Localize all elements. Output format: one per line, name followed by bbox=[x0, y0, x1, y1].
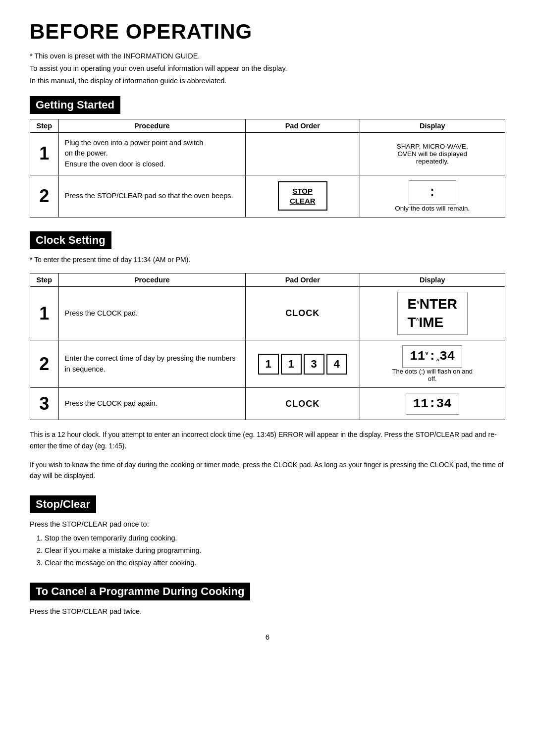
cancel-section: To Cancel a Programme During Cooking Pre… bbox=[30, 583, 505, 618]
clock-footer-note-2: If you wish to know the time of day duri… bbox=[30, 459, 505, 482]
getting-started-table: Step Procedure Pad Order Display 1 Plug … bbox=[30, 119, 505, 217]
intro-line-2: To assist you in operating your oven use… bbox=[30, 63, 505, 74]
col-step-gs: Step bbox=[30, 119, 59, 132]
table-row: 1 Plug the oven into a power point and s… bbox=[30, 132, 505, 175]
clock-pad-3: CLOCK bbox=[245, 388, 360, 420]
cancel-text: Press the STOP/CLEAR pad twice. bbox=[30, 605, 505, 618]
col-padorder-cs: Pad Order bbox=[245, 273, 360, 287]
stop-clear-item-3: Clear the message on the display after c… bbox=[45, 557, 505, 569]
stop-clear-section: Stop/Clear Press the STOP/CLEAR pad once… bbox=[30, 495, 505, 569]
num-pad-4[interactable]: 4 bbox=[326, 354, 347, 375]
stop-label: STOP bbox=[292, 187, 313, 195]
stop-clear-heading: Stop/Clear bbox=[30, 495, 96, 513]
stop-clear-list: Stop the oven temporarily during cooking… bbox=[45, 532, 505, 569]
stop-clear-item-1: Stop the oven temporarily during cooking… bbox=[45, 532, 505, 544]
pad-order-1 bbox=[245, 132, 360, 175]
dots-note: Only the dots will remain. bbox=[395, 205, 470, 212]
page-number: 6 bbox=[30, 633, 505, 641]
procedure-2: Press the STOP/CLEAR pad so that the ove… bbox=[58, 175, 245, 217]
clock-procedure-3: Press the CLOCK pad again. bbox=[58, 388, 245, 420]
col-step-cs: Step bbox=[30, 273, 59, 287]
num-pad-2[interactable]: 1 bbox=[281, 354, 302, 375]
clock-footer-note-1: This is a 12 hour clock. If you attempt … bbox=[30, 429, 505, 451]
step-number-2: 2 bbox=[30, 175, 59, 217]
col-padorder-gs: Pad Order bbox=[245, 119, 360, 132]
intro-notes: * This oven is preset with the INFORMATI… bbox=[30, 51, 505, 87]
clock-step-3: 3 bbox=[30, 388, 59, 420]
step-number-1: 1 bbox=[30, 132, 59, 175]
intro-line-1: * This oven is preset with the INFORMATI… bbox=[30, 51, 505, 62]
pad-order-2: STOP CLEAR bbox=[245, 175, 360, 217]
clock-pad-1: CLOCK bbox=[245, 287, 360, 340]
num-pad-3[interactable]: 3 bbox=[304, 354, 324, 375]
clock-procedure-1: Press the CLOCK pad. bbox=[58, 287, 245, 340]
getting-started-heading: Getting Started bbox=[30, 96, 120, 114]
clock-display-1: EvNTERT^IME bbox=[360, 287, 505, 340]
clock-pad-2: 1 1 3 4 bbox=[245, 340, 360, 387]
stop-clear-item-2: Clear if you make a mistake during progr… bbox=[45, 544, 505, 557]
intro-line-3: In this manual, the display of informati… bbox=[30, 75, 505, 87]
time-static-display: 11:34 bbox=[406, 393, 459, 415]
clock-setting-table: Step Procedure Pad Order Display 1 Press… bbox=[30, 273, 505, 420]
clock-setting-section: Clock Setting * To enter the present tim… bbox=[30, 231, 505, 482]
table-row: 1 Press the CLOCK pad. CLOCK EvNTERT^IME bbox=[30, 287, 505, 340]
clock-procedure-2: Enter the correct time of day by press­i… bbox=[58, 340, 245, 387]
display-2: : Only the dots will remain. bbox=[360, 175, 505, 217]
col-display-cs: Display bbox=[360, 273, 505, 287]
time-flashing-display: 11v:^34 bbox=[402, 345, 462, 368]
clock-step-2: 2 bbox=[30, 340, 59, 387]
clock-note: * To enter the present time of day 11:34… bbox=[30, 254, 505, 265]
table-row: 3 Press the CLOCK pad again. CLOCK 11:34 bbox=[30, 388, 505, 420]
clock-setting-heading: Clock Setting bbox=[30, 231, 111, 249]
stop-clear-button[interactable]: STOP CLEAR bbox=[278, 181, 327, 211]
col-display-gs: Display bbox=[360, 119, 505, 132]
page-title: BEFORE OPERATING bbox=[30, 20, 505, 44]
col-procedure-gs: Procedure bbox=[58, 119, 245, 132]
col-procedure-cs: Procedure bbox=[58, 273, 245, 287]
table-row: 2 Press the STOP/CLEAR pad so that the o… bbox=[30, 175, 505, 217]
number-pads: 1 1 3 4 bbox=[252, 354, 354, 375]
num-pad-1[interactable]: 1 bbox=[258, 354, 279, 375]
stop-clear-intro: Press the STOP/CLEAR pad once to: bbox=[30, 518, 505, 531]
flash-note: The dots (:) will flash on andoff. bbox=[392, 368, 473, 382]
table-row: 2 Enter the correct time of day by press… bbox=[30, 340, 505, 387]
clock-button-1[interactable]: CLOCK bbox=[285, 308, 320, 319]
clear-label: CLEAR bbox=[290, 197, 316, 205]
enter-time-display: EvNTERT^IME bbox=[397, 292, 468, 335]
clock-step-1: 1 bbox=[30, 287, 59, 340]
clock-display-3: 11:34 bbox=[360, 388, 505, 420]
display-1: SHARP, MICRO-WAVE,OVEN will be displayed… bbox=[360, 132, 505, 175]
cancel-heading: To Cancel a Programme During Cooking bbox=[30, 583, 250, 600]
getting-started-section: Getting Started Step Procedure Pad Order… bbox=[30, 96, 505, 217]
clock-button-2[interactable]: CLOCK bbox=[285, 399, 320, 409]
clock-display-2: 11v:^34 The dots (:) will flash on andof… bbox=[360, 340, 505, 387]
procedure-1: Plug the oven into a power point and swi… bbox=[58, 132, 245, 175]
dots-display: : bbox=[409, 180, 456, 205]
